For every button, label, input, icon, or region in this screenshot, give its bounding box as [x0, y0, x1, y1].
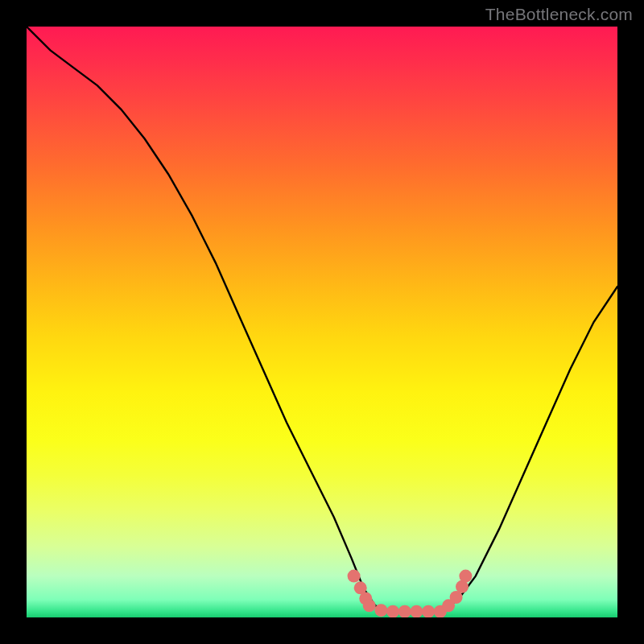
highlight-dot	[410, 605, 423, 617]
curve-layer	[27, 27, 617, 617]
highlight-dot	[348, 570, 361, 583]
plot-area	[27, 27, 617, 617]
highlight-dot	[374, 604, 387, 617]
highlight-dots	[348, 570, 473, 617]
highlight-dot	[363, 599, 376, 612]
highlight-dot	[386, 605, 399, 617]
highlight-dot	[398, 605, 411, 617]
bottleneck-curve	[27, 27, 617, 612]
highlight-dot	[422, 605, 435, 617]
chart-frame: TheBottleneck.com	[0, 0, 644, 644]
highlight-dot	[459, 570, 472, 583]
attribution-label: TheBottleneck.com	[485, 5, 633, 24]
